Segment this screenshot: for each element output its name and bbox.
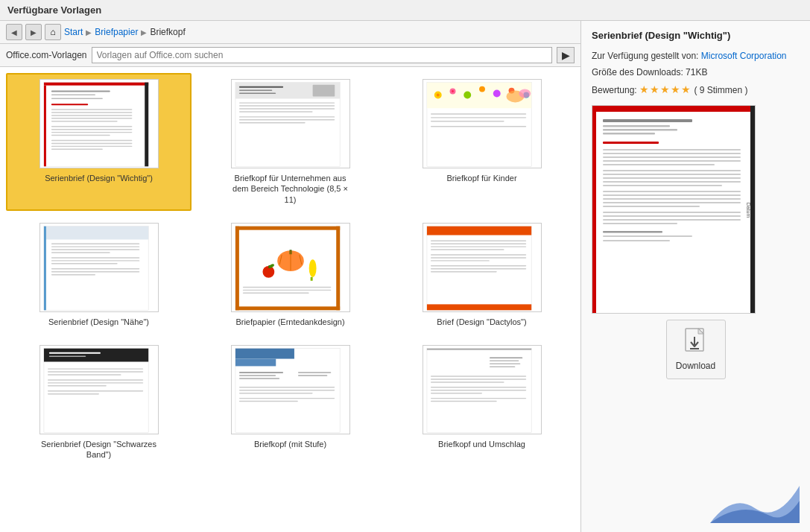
- template-thumb-briefkopf-umschlag: [423, 345, 542, 434]
- breadcrumb-sep-2: ▶: [141, 28, 147, 37]
- svg-rect-91: [430, 260, 489, 261]
- svg-rect-140: [603, 129, 677, 131]
- svg-rect-89: [430, 254, 525, 255]
- svg-rect-67: [336, 227, 340, 311]
- svg-rect-9: [51, 112, 132, 113]
- svg-rect-59: [51, 260, 139, 261]
- svg-rect-111: [238, 375, 275, 376]
- home-button[interactable]: ⌂: [45, 24, 61, 40]
- svg-rect-4: [51, 91, 110, 92]
- svg-rect-1: [43, 83, 148, 86]
- svg-rect-141: [603, 133, 655, 135]
- title-bar: Verfügbare Vorlagen: [0, 0, 810, 21]
- download-button[interactable]: Download: [666, 320, 726, 379]
- back-button[interactable]: ◀: [6, 24, 22, 40]
- svg-rect-115: [238, 387, 334, 387]
- svg-rect-122: [489, 358, 522, 358]
- breadcrumb-start[interactable]: Start: [64, 27, 83, 37]
- svg-rect-57: [51, 252, 110, 253]
- svg-rect-61: [51, 268, 139, 269]
- svg-rect-162: [603, 231, 662, 233]
- template-thumb-briefpapier-erntedank: [231, 223, 350, 312]
- template-item-brief-dactylos[interactable]: Brief (Design "Dactylos"): [389, 217, 575, 333]
- svg-rect-108: [235, 349, 294, 359]
- detail-provider-link[interactable]: Microsoft Corporation: [701, 51, 787, 61]
- svg-rect-117: [238, 393, 312, 393]
- svg-rect-156: [603, 202, 741, 203]
- svg-rect-86: [430, 243, 525, 244]
- detail-size-label: Größe des Downloads:: [592, 67, 686, 77]
- svg-rect-130: [430, 390, 525, 390]
- search-go-icon: ▶: [562, 49, 570, 61]
- svg-rect-19: [51, 146, 132, 147]
- svg-rect-157: [603, 206, 700, 207]
- breadcrumb-briefkopf: Briefkopf: [150, 27, 185, 37]
- svg-rect-25: [238, 90, 271, 91]
- svg-point-40: [463, 92, 471, 99]
- svg-rect-23: [312, 85, 335, 97]
- search-input[interactable]: [92, 47, 553, 63]
- template-item-briefpapier-erntedank[interactable]: Briefpapier (Erntedankdesign): [197, 217, 383, 333]
- svg-rect-26: [238, 93, 275, 94]
- svg-rect-17: [51, 140, 132, 141]
- template-thumb-briefkopf-kinder: [423, 79, 542, 168]
- svg-rect-65: [235, 227, 339, 230]
- detail-preview: Datum: [592, 105, 756, 314]
- template-thumb-briefkopf-unternehmen: [231, 79, 350, 168]
- search-bar: Office.com-Vorlagen ▶: [0, 44, 580, 67]
- template-label-briefkopf-umschlag: Briefkopf und Umschlag: [438, 439, 525, 449]
- svg-rect-99: [47, 369, 142, 370]
- svg-rect-101: [47, 374, 121, 375]
- svg-rect-66: [235, 227, 238, 311]
- template-label-serienbrief-schwarzes-band: Serienbrief (Design "Schwarzes Band"): [39, 439, 159, 460]
- template-item-briefkopf-mit-stufe[interactable]: Briefkopf (mit Stufe): [197, 339, 383, 466]
- template-item-briefkopf-umschlag[interactable]: Briefkopf und Umschlag: [389, 339, 575, 466]
- svg-rect-151: [603, 181, 741, 183]
- svg-rect-93: [430, 268, 525, 269]
- svg-rect-148: [603, 170, 741, 171]
- template-label-brief-dactylos: Brief (Design "Dactylos"): [437, 317, 526, 327]
- svg-rect-29: [238, 108, 334, 109]
- template-item-briefkopf-unternehmen[interactable]: Briefkopf für Unternehmen aus dem Bereic…: [197, 73, 383, 211]
- wave-decoration: [592, 385, 800, 523]
- svg-rect-124: [489, 364, 519, 364]
- svg-rect-53: [43, 227, 45, 311]
- svg-rect-58: [51, 257, 139, 258]
- svg-rect-68: [235, 306, 339, 310]
- svg-rect-55: [51, 246, 139, 247]
- svg-rect-104: [47, 385, 106, 386]
- svg-rect-62: [51, 271, 139, 272]
- template-item-briefkopf-kinder[interactable]: Briefkopf für Kinder: [389, 73, 575, 211]
- template-thumb-serienbrief-wichtig: [39, 79, 159, 168]
- search-go-button[interactable]: ▶: [557, 47, 575, 63]
- svg-rect-105: [47, 390, 142, 391]
- template-item-serienbrief-wichtig[interactable]: Serienbrief (Design "Wichtig"): [6, 73, 192, 211]
- svg-rect-8: [51, 109, 132, 110]
- svg-rect-63: [51, 274, 95, 275]
- svg-rect-100: [47, 372, 142, 373]
- svg-rect-131: [430, 393, 481, 393]
- svg-rect-112: [238, 378, 279, 379]
- svg-rect-85: [430, 240, 525, 241]
- breadcrumb-briefpapier[interactable]: Briefpapier: [95, 27, 138, 37]
- svg-rect-159: [603, 215, 741, 217]
- template-item-serienbrief-naehe[interactable]: Serienbrief (Design "Nähe"): [6, 217, 192, 333]
- template-label-briefpapier-erntedank: Briefpapier (Erntedankdesign): [235, 317, 344, 327]
- svg-rect-121: [426, 349, 531, 350]
- svg-rect-88: [430, 249, 504, 250]
- svg-rect-94: [430, 271, 496, 272]
- svg-rect-110: [238, 373, 282, 373]
- svg-rect-134: [592, 106, 756, 314]
- svg-rect-150: [603, 177, 741, 179]
- breadcrumb-sep-1: ▶: [86, 28, 92, 37]
- svg-rect-149: [603, 174, 741, 175]
- breadcrumb: Start ▶ Briefpapier ▶ Briefkopf: [64, 27, 186, 37]
- svg-rect-106: [47, 393, 98, 394]
- forward-button[interactable]: ▶: [25, 24, 42, 40]
- svg-rect-24: [238, 86, 282, 88]
- svg-rect-33: [238, 122, 305, 123]
- svg-rect-98: [48, 356, 85, 357]
- svg-rect-87: [430, 246, 525, 247]
- svg-point-39: [452, 90, 454, 92]
- template-item-serienbrief-schwarzes-band[interactable]: Serienbrief (Design "Schwarzes Band"): [6, 339, 192, 466]
